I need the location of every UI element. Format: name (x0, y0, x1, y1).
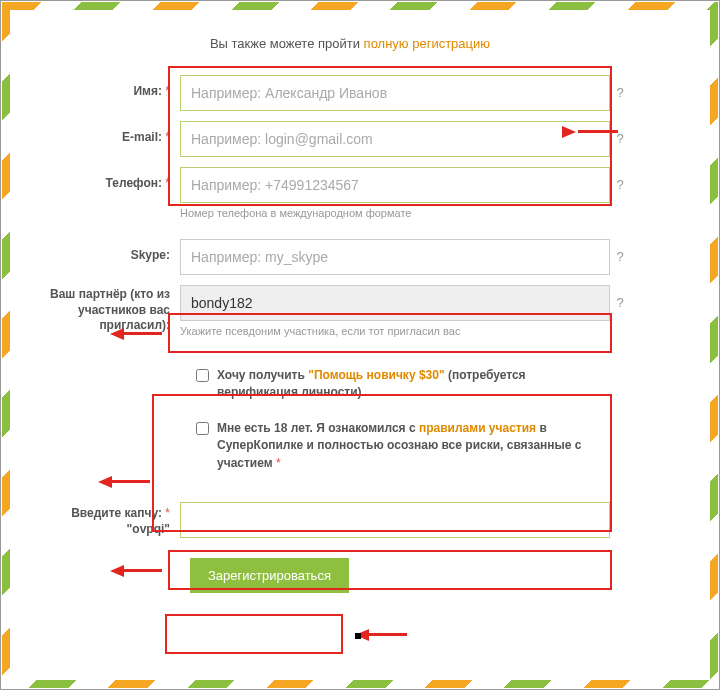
full-registration-link[interactable]: полную регистрацию (364, 36, 490, 51)
help-icon[interactable]: ? (610, 121, 630, 146)
help-icon[interactable]: ? (610, 239, 630, 264)
rules-link[interactable]: правилами участия (419, 421, 536, 435)
help-icon[interactable]: ? (610, 167, 630, 192)
help-icon[interactable]: ? (610, 75, 630, 100)
age-rules-text: Мне есть 18 лет. Я ознакомился с правила… (217, 420, 598, 472)
form-panel: Вы также можете пройти полную регистраци… (10, 10, 710, 680)
name-input[interactable] (180, 75, 610, 111)
label-phone: Телефон: * (30, 167, 180, 192)
newbie-help-checkbox[interactable] (196, 369, 209, 382)
label-name: Имя: * (30, 75, 180, 100)
checkbox-block: Хочу получить "Помощь новичку $30" (потр… (180, 357, 610, 492)
phone-input[interactable] (180, 167, 610, 203)
newbie-help-text: Хочу получить "Помощь новичку $30" (потр… (217, 367, 598, 402)
partner-input[interactable] (180, 285, 610, 321)
age-rules-checkbox[interactable] (196, 422, 209, 435)
top-text: Вы также можете пройти полную регистраци… (30, 36, 670, 51)
email-input[interactable] (180, 121, 610, 157)
register-button[interactable]: Зарегистрироваться (190, 558, 349, 593)
label-email: E-mail: * (30, 121, 180, 146)
phone-hint: Номер телефона в международном формате (180, 207, 610, 219)
highlight-box (165, 614, 343, 654)
help-icon[interactable]: ? (610, 285, 630, 310)
skype-input[interactable] (180, 239, 610, 275)
captcha-input[interactable] (180, 502, 610, 538)
label-captcha: Введите капчу: * "ovpqi" (30, 502, 180, 537)
label-partner: Ваш партнёр (кто из участников вас пригл… (30, 285, 180, 334)
partner-hint: Укажите псевдоним участника, если тот пр… (180, 325, 610, 337)
label-skype: Skype: (30, 239, 180, 264)
